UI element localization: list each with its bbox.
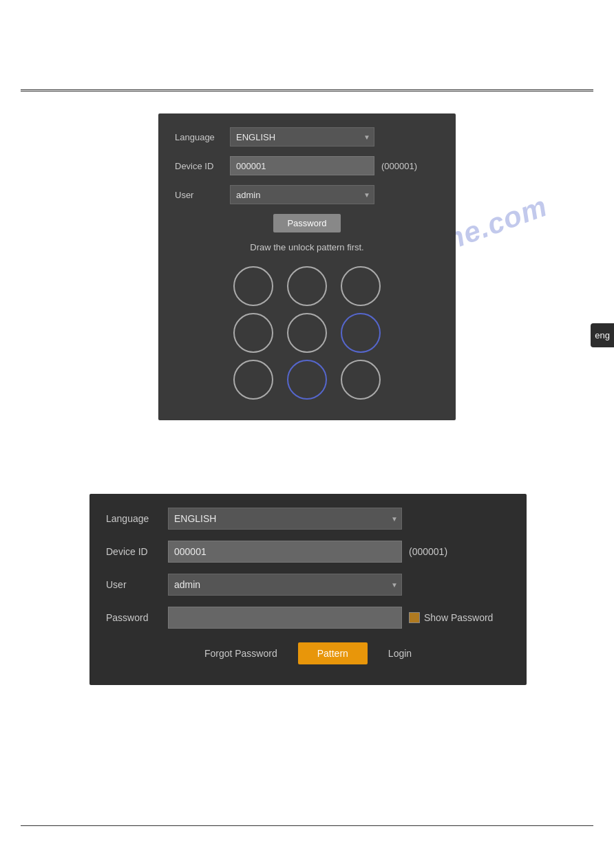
pattern-dot-1-0[interactable] xyxy=(233,313,273,353)
pattern-device-id-row: Device ID (000001) xyxy=(175,156,439,175)
pattern-language-label: Language xyxy=(175,132,230,142)
pw-language-row: Language ENGLISH CHINESE FRENCH GERMAN S… xyxy=(106,508,510,530)
pw-password-input[interactable] xyxy=(168,607,402,629)
pattern-user-select[interactable]: admin guest xyxy=(230,185,374,204)
pattern-device-id-label: Device ID xyxy=(175,161,230,171)
pw-user-select-wrapper: admin guest xyxy=(168,574,402,596)
pw-user-label: User xyxy=(106,579,168,590)
show-password-area: Show Password xyxy=(409,612,493,623)
pw-language-select-wrapper: ENGLISH CHINESE FRENCH GERMAN SPANISH xyxy=(168,508,402,530)
pw-device-id-label: Device ID xyxy=(106,546,168,557)
show-password-label[interactable]: Show Password xyxy=(424,612,493,623)
pattern-user-label: User xyxy=(175,190,230,200)
pattern-password-btn-row: Password xyxy=(175,214,439,232)
pattern-password-button[interactable]: Password xyxy=(273,214,340,232)
show-password-checkbox[interactable] xyxy=(409,612,420,623)
pattern-row-3 xyxy=(233,360,381,400)
pattern-panel: Language ENGLISH CHINESE FRENCH GERMAN S… xyxy=(158,113,456,420)
pattern-language-row: Language ENGLISH CHINESE FRENCH GERMAN S… xyxy=(175,127,439,147)
pattern-dot-2-0[interactable] xyxy=(233,360,273,400)
pw-language-label: Language xyxy=(106,513,168,524)
pw-device-id-hint: (000001) xyxy=(409,546,447,557)
pattern-language-select[interactable]: ENGLISH CHINESE FRENCH GERMAN SPANISH xyxy=(230,127,374,147)
pattern-dot-0-0[interactable] xyxy=(233,266,273,306)
pattern-user-row: User admin guest xyxy=(175,185,439,204)
bottom-rule xyxy=(21,825,593,827)
password-panel: Language ENGLISH CHINESE FRENCH GERMAN S… xyxy=(89,494,527,685)
pw-btn-row: Forgot Password Pattern Login xyxy=(106,642,510,664)
page: eng manualonline.com Language ENGLISH CH… xyxy=(0,0,614,868)
login-button[interactable]: Login xyxy=(388,648,412,659)
pattern-grid xyxy=(175,266,439,400)
forgot-password-button[interactable]: Forgot Password xyxy=(204,648,277,659)
pw-password-label: Password xyxy=(106,612,168,623)
pattern-user-select-wrapper: admin guest xyxy=(230,185,374,204)
pw-password-row: Password Show Password xyxy=(106,607,510,629)
pattern-language-select-wrapper: ENGLISH CHINESE FRENCH GERMAN SPANISH xyxy=(230,127,374,147)
side-tab-label: eng xyxy=(595,330,610,340)
pattern-button[interactable]: Pattern xyxy=(298,642,368,664)
pattern-row-1 xyxy=(233,266,381,306)
pattern-dot-0-2[interactable] xyxy=(341,266,381,306)
top-rule xyxy=(21,89,593,92)
pw-user-select[interactable]: admin guest xyxy=(168,574,402,596)
pw-language-select[interactable]: ENGLISH CHINESE FRENCH GERMAN SPANISH xyxy=(168,508,402,530)
pattern-dot-1-1[interactable] xyxy=(287,313,327,353)
pw-device-id-row: Device ID (000001) xyxy=(106,541,510,563)
pattern-row-2 xyxy=(233,313,381,353)
pattern-dot-0-1[interactable] xyxy=(287,266,327,306)
pw-device-id-input[interactable] xyxy=(168,541,402,563)
pattern-dot-1-2[interactable] xyxy=(341,313,381,353)
unlock-hint: Draw the unlock pattern first. xyxy=(175,242,439,252)
side-tab[interactable]: eng xyxy=(591,323,614,347)
pattern-dot-2-2[interactable] xyxy=(341,360,381,400)
pattern-device-id-hint: (000001) xyxy=(381,161,417,171)
pattern-dot-2-1[interactable] xyxy=(287,360,327,400)
pattern-device-id-input[interactable] xyxy=(230,156,374,175)
pw-user-row: User admin guest xyxy=(106,574,510,596)
